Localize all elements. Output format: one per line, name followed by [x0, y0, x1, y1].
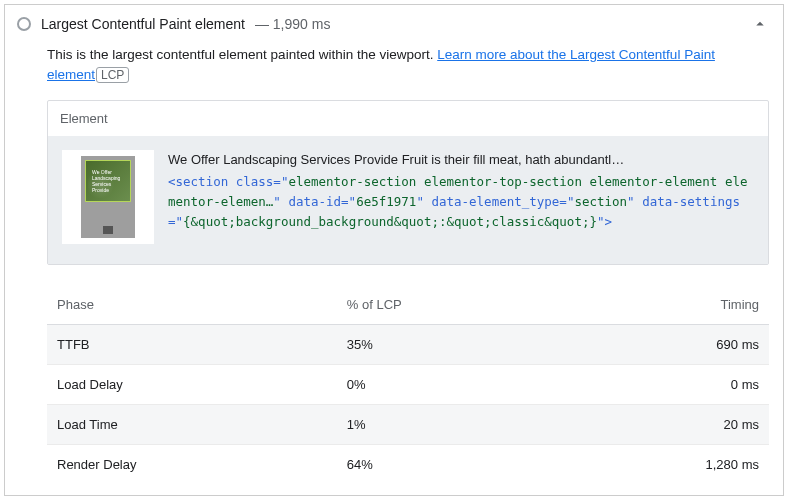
- col-timing: Timing: [555, 285, 769, 325]
- chevron-up-icon[interactable]: [751, 15, 769, 33]
- table-row: Load Delay 0% 0 ms: [47, 364, 769, 404]
- audit-header[interactable]: Largest Contentful Paint element — 1,990…: [5, 5, 783, 43]
- description-text: This is the largest contentful element p…: [47, 47, 437, 62]
- element-card-body: We Offer LandscapingServices Provide We …: [48, 136, 768, 264]
- audit-description: This is the largest contentful element p…: [47, 45, 769, 86]
- table-row: TTFB 35% 690 ms: [47, 324, 769, 364]
- lcp-audit-panel: Largest Contentful Paint element — 1,990…: [4, 4, 784, 496]
- col-phase: Phase: [47, 285, 337, 325]
- element-card-header: Element: [48, 101, 768, 136]
- lcp-chip: LCP: [96, 67, 129, 83]
- table-row: Render Delay 64% 1,280 ms: [47, 444, 769, 484]
- element-card: Element We Offer LandscapingServices Pro…: [47, 100, 769, 265]
- phase-table: Phase % of LCP Timing TTFB 35% 690 ms Lo…: [47, 285, 769, 484]
- snippet-text: We Offer Landscaping Services Provide Fr…: [168, 150, 754, 171]
- audit-timing: — 1,990 ms: [255, 16, 330, 32]
- col-pct: % of LCP: [337, 285, 555, 325]
- audit-body: This is the largest contentful element p…: [5, 43, 783, 498]
- snippet-code: <section class="elementor-section elemen…: [168, 172, 754, 232]
- audit-title: Largest Contentful Paint element: [41, 16, 245, 32]
- status-icon: [17, 17, 31, 31]
- table-row: Load Time 1% 20 ms: [47, 404, 769, 444]
- element-thumbnail: We Offer LandscapingServices Provide: [62, 150, 154, 244]
- element-snippet: We Offer Landscaping Services Provide Fr…: [168, 150, 754, 244]
